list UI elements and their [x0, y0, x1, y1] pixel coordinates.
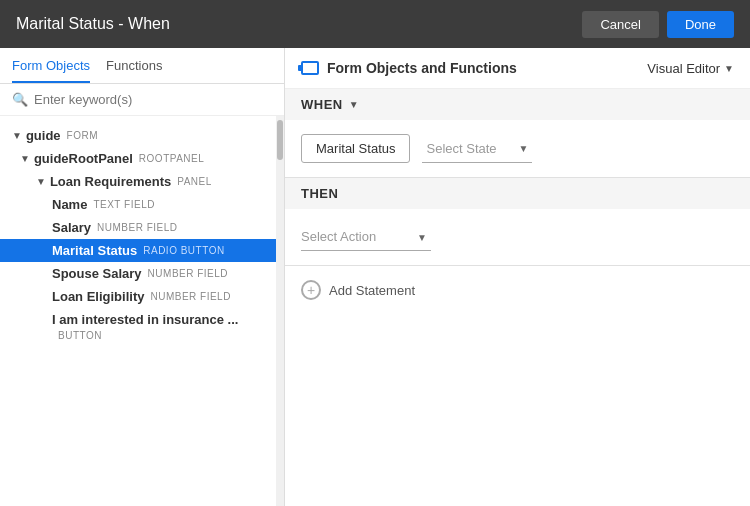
- condition-button[interactable]: Marital Status: [301, 134, 410, 163]
- then-label: THEN: [301, 186, 338, 201]
- right-panel: Form Objects and Functions Visual Editor…: [285, 48, 750, 506]
- add-circle-icon: +: [301, 280, 321, 300]
- tree-item-type: NUMBER FIELD: [148, 268, 228, 279]
- state-dropdown-wrapper: Select State ▼: [422, 135, 532, 163]
- tree-item-spouse-salary[interactable]: Spouse Salary NUMBER FIELD: [0, 262, 284, 285]
- visual-editor-label: Visual Editor: [647, 61, 720, 76]
- select-action-dropdown[interactable]: Select Action: [301, 223, 431, 251]
- cancel-button[interactable]: Cancel: [582, 11, 658, 38]
- tree-item-type: RADIO BUTTON: [143, 245, 224, 256]
- then-section: THEN Select Action ▼: [285, 178, 750, 266]
- tree-item-label: Loan Eligibility: [52, 289, 144, 304]
- search-icon: 🔍: [12, 92, 28, 107]
- when-section-body: Marital Status Select State ▼: [285, 120, 750, 177]
- search-bar: 🔍: [0, 84, 284, 116]
- when-section-header: WHEN ▼: [285, 89, 750, 120]
- tree-item-marital-status[interactable]: Marital Status RADIO BUTTON: [0, 239, 284, 262]
- tree-item-label: Loan Requirements: [50, 174, 171, 189]
- action-dropdown-wrapper: Select Action ▼: [301, 223, 431, 251]
- tree-item-guiderootpanel[interactable]: ▼ guideRootPanel ROOTPANEL: [0, 147, 284, 170]
- arrow-icon: ▼: [20, 153, 30, 164]
- tree-item-label: Name: [52, 197, 87, 212]
- when-label: WHEN: [301, 97, 343, 112]
- select-state-dropdown[interactable]: Select State: [422, 135, 532, 163]
- then-section-body: Select Action ▼: [285, 209, 750, 265]
- tree-item-loan-requirements[interactable]: ▼ Loan Requirements PANEL: [0, 170, 284, 193]
- tab-form-objects[interactable]: Form Objects: [12, 48, 90, 83]
- tree-item-type: FORM: [67, 130, 98, 141]
- tree-item-label: Marital Status: [52, 243, 137, 258]
- tree-area: ▼ guide FORM ▼ guideRootPanel ROOTPANEL …: [0, 116, 284, 506]
- when-row: Marital Status Select State ▼: [301, 134, 734, 163]
- tree-item-label: guideRootPanel: [34, 151, 133, 166]
- tree-item-insurance[interactable]: I am interested in insurance ... BUTTON: [0, 308, 284, 346]
- left-panel: Form Objects Functions 🔍 ▼ guide FORM ▼ …: [0, 48, 285, 506]
- scrollbar[interactable]: [276, 116, 284, 506]
- tree-item-type: ROOTPANEL: [139, 153, 204, 164]
- scrollbar-thumb: [277, 120, 283, 160]
- right-panel-title: Form Objects and Functions: [327, 60, 517, 76]
- tree-item-label: guide: [26, 128, 61, 143]
- tree-item-type: BUTTON: [58, 330, 102, 341]
- when-chevron-icon[interactable]: ▼: [349, 99, 359, 110]
- add-statement-label: Add Statement: [329, 283, 415, 298]
- right-panel-header: Form Objects and Functions Visual Editor…: [285, 48, 750, 89]
- tab-functions[interactable]: Functions: [106, 48, 162, 83]
- tree-item-label: Spouse Salary: [52, 266, 142, 281]
- tree-item-type: PANEL: [177, 176, 212, 187]
- tab-bar: Form Objects Functions: [0, 48, 284, 84]
- panel-icon: [301, 61, 319, 75]
- tree-item-type: TEXT FIELD: [93, 199, 155, 210]
- tree-item-type: NUMBER FIELD: [97, 222, 177, 233]
- when-section: WHEN ▼ Marital Status Select State ▼: [285, 89, 750, 178]
- tree-item-name[interactable]: Name TEXT FIELD: [0, 193, 284, 216]
- search-input[interactable]: [34, 92, 272, 107]
- tree-item-loan-eligibility[interactable]: Loan Eligibility NUMBER FIELD: [0, 285, 284, 308]
- done-button[interactable]: Done: [667, 11, 734, 38]
- header-buttons: Cancel Done: [582, 11, 734, 38]
- visual-editor-button[interactable]: Visual Editor ▼: [647, 61, 734, 76]
- main-layout: Form Objects Functions 🔍 ▼ guide FORM ▼ …: [0, 48, 750, 506]
- chevron-down-icon: ▼: [724, 63, 734, 74]
- tree-item-label: Salary: [52, 220, 91, 235]
- tree-item-salary[interactable]: Salary NUMBER FIELD: [0, 216, 284, 239]
- tree-item-label: I am interested in insurance ...: [52, 312, 238, 327]
- arrow-icon: ▼: [12, 130, 22, 141]
- tree-item-type: NUMBER FIELD: [150, 291, 230, 302]
- arrow-icon: ▼: [36, 176, 46, 187]
- tree-item-guide[interactable]: ▼ guide FORM: [0, 124, 284, 147]
- panel-title-area: Form Objects and Functions: [301, 60, 517, 76]
- add-statement-row[interactable]: + Add Statement: [285, 266, 750, 314]
- page-title: Marital Status - When: [16, 15, 170, 33]
- then-section-header: THEN: [285, 178, 750, 209]
- header: Marital Status - When Cancel Done: [0, 0, 750, 48]
